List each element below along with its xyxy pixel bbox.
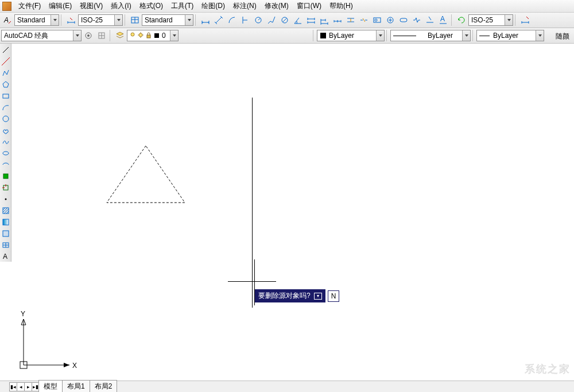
dim-baseline-icon[interactable] bbox=[318, 14, 331, 26]
menu-edit[interactable]: 编辑(E) bbox=[45, 0, 75, 12]
dim-update-icon[interactable] bbox=[455, 14, 468, 26]
dim-style-edit-icon[interactable] bbox=[519, 14, 532, 26]
menu-file[interactable]: 文件(F) bbox=[15, 0, 44, 12]
dim-style-combo-2[interactable]: ISO-25 bbox=[468, 14, 513, 26]
menu-modify[interactable]: 修改(M) bbox=[261, 0, 292, 12]
menu-help[interactable]: 帮助(H) bbox=[326, 0, 356, 12]
center-mark-icon[interactable] bbox=[384, 14, 397, 26]
dim-radius-icon[interactable] bbox=[252, 14, 265, 26]
dim-style-value: ISO-25 bbox=[81, 16, 103, 24]
dim-quick-icon[interactable] bbox=[305, 14, 317, 26]
polygon-tool-icon[interactable] bbox=[1, 79, 11, 90]
inspect-icon[interactable] bbox=[397, 14, 410, 26]
layer-value: 0 bbox=[162, 32, 166, 40]
menu-format[interactable]: 格式(O) bbox=[136, 0, 166, 12]
dropdown-arrow-icon bbox=[170, 30, 178, 41]
xline-tool-icon[interactable] bbox=[1, 56, 11, 67]
separator bbox=[386, 30, 389, 41]
ellipse-arc-tool-icon[interactable] bbox=[1, 160, 11, 170]
hatch-tool-icon[interactable] bbox=[1, 205, 11, 216]
text-style-combo[interactable]: Standard bbox=[14, 14, 59, 26]
spline-tool-icon[interactable] bbox=[1, 137, 11, 147]
svg-point-24 bbox=[3, 152, 9, 155]
color-combo[interactable]: ByLayer bbox=[317, 30, 385, 41]
tab-next-icon[interactable]: ▸ bbox=[24, 382, 32, 391]
table-style-combo[interactable]: Standard bbox=[142, 14, 193, 26]
dim-jogged-icon[interactable] bbox=[265, 14, 278, 26]
linetype-combo[interactable]: ByLayer bbox=[390, 30, 471, 41]
dim-style-combo[interactable]: ISO-25 bbox=[78, 14, 123, 26]
menu-view[interactable]: 视图(V) bbox=[76, 0, 106, 12]
tab-layout2[interactable]: 布局2 bbox=[90, 380, 118, 392]
menu-dimension[interactable]: 标注(N) bbox=[230, 0, 260, 12]
color-swatch-icon bbox=[320, 32, 327, 39]
tolerance-icon[interactable] bbox=[371, 14, 383, 26]
down-arrow-icon: ▾ bbox=[314, 293, 322, 300]
workspace-combo[interactable]: AutoCAD 经典 bbox=[1, 30, 82, 41]
table-style-icon[interactable] bbox=[129, 14, 141, 26]
dim-tedit-icon[interactable]: A bbox=[437, 14, 449, 26]
lightbulb-icon bbox=[130, 32, 137, 39]
workspace-settings-icon[interactable] bbox=[82, 29, 95, 42]
make-block-icon[interactable] bbox=[1, 183, 11, 193]
insert-block-icon[interactable] bbox=[1, 171, 11, 181]
dim-ordinate-icon[interactable] bbox=[239, 14, 251, 26]
point-tool-icon[interactable] bbox=[1, 194, 11, 204]
dim-arc-icon[interactable] bbox=[226, 14, 238, 26]
mtext-tool-icon[interactable]: A bbox=[1, 251, 11, 262]
dim-edit-icon[interactable] bbox=[424, 14, 436, 26]
lineweight-sample-icon bbox=[479, 36, 490, 36]
tab-prev-icon[interactable]: ◂ bbox=[17, 382, 25, 391]
dim-aligned-icon[interactable] bbox=[212, 14, 225, 26]
lineweight-combo[interactable]: ByLayer bbox=[476, 30, 544, 41]
dim-continue-icon[interactable] bbox=[331, 14, 344, 26]
extra-color-button[interactable]: 随颜 bbox=[552, 30, 573, 42]
separator bbox=[195, 14, 197, 26]
separator bbox=[125, 14, 127, 26]
menu-tools[interactable]: 工具(T) bbox=[168, 0, 197, 12]
dropdown-arrow-icon bbox=[51, 15, 59, 25]
layout-tabs: ▮◂ ◂ ▸ ▸▮ 模型 布局1 布局2 bbox=[0, 381, 574, 392]
dim-diameter-icon[interactable] bbox=[278, 14, 291, 26]
tab-first-icon[interactable]: ▮◂ bbox=[9, 382, 17, 391]
polyline-tool-icon[interactable] bbox=[1, 68, 11, 78]
svg-rect-9 bbox=[400, 18, 407, 22]
dim-break-icon[interactable] bbox=[358, 14, 370, 26]
draw-toolbar: A bbox=[0, 44, 11, 262]
gradient-tool-icon[interactable] bbox=[1, 217, 11, 227]
dropdown-arrow-icon bbox=[376, 30, 384, 41]
tab-model[interactable]: 模型 bbox=[38, 380, 63, 392]
layer-manager-icon[interactable] bbox=[114, 29, 126, 42]
drawing-area[interactable]: 要删除源对象吗? ▾ N X Y bbox=[11, 44, 574, 381]
ellipse-tool-icon[interactable] bbox=[1, 148, 11, 158]
lineweight-value: ByLayer bbox=[493, 32, 518, 40]
jog-line-icon[interactable] bbox=[410, 14, 423, 26]
dim-angular-icon[interactable] bbox=[292, 14, 304, 26]
circle-tool-icon[interactable] bbox=[1, 114, 11, 124]
menu-window[interactable]: 窗口(W) bbox=[293, 0, 325, 12]
prompt-input[interactable]: N bbox=[328, 290, 340, 302]
table-tool-icon[interactable] bbox=[1, 240, 11, 250]
table-style-value: Standard bbox=[145, 16, 173, 24]
lock-icon bbox=[146, 32, 153, 39]
menu-draw[interactable]: 绘图(D) bbox=[198, 0, 228, 12]
workspace-grid-icon[interactable] bbox=[95, 29, 108, 42]
dropdown-arrow-icon bbox=[505, 15, 513, 25]
dim-style-icon[interactable] bbox=[65, 14, 77, 26]
region-tool-icon[interactable] bbox=[1, 228, 11, 239]
dim-space-icon[interactable] bbox=[344, 14, 357, 26]
svg-text:A: A bbox=[3, 253, 7, 261]
arc-tool-icon[interactable] bbox=[1, 102, 11, 112]
layer-combo[interactable]: 0 bbox=[127, 30, 179, 41]
rectangle-tool-icon[interactable] bbox=[1, 91, 11, 101]
text-style-icon[interactable]: A bbox=[1, 14, 14, 26]
menu-insert[interactable]: 插入(I) bbox=[107, 0, 134, 12]
dim-linear-icon[interactable] bbox=[199, 14, 212, 26]
svg-line-19 bbox=[3, 47, 9, 53]
menu-bar: 文件(F) 编辑(E) 视图(V) 插入(I) 格式(O) 工具(T) 绘图(D… bbox=[0, 0, 574, 13]
revcloud-tool-icon[interactable] bbox=[1, 125, 11, 135]
separator bbox=[110, 30, 112, 41]
line-tool-icon[interactable] bbox=[1, 45, 11, 55]
tab-layout1[interactable]: 布局1 bbox=[62, 380, 90, 392]
sun-freeze-icon bbox=[138, 32, 145, 39]
